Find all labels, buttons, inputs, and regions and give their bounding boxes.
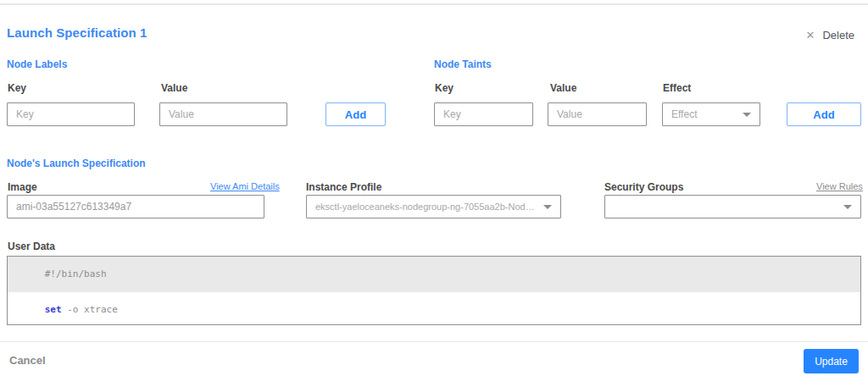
view-ami-details-link[interactable]: View Ami Details — [210, 181, 280, 191]
security-groups-select[interactable] — [604, 195, 861, 218]
code-line-2-text: -o xtrace — [62, 304, 118, 315]
node-taints-value-label: Value — [550, 82, 576, 94]
node-labels-value-label: Value — [161, 82, 187, 94]
node-labels-add-button[interactable]: Add — [326, 102, 386, 126]
node-labels-key-input[interactable] — [7, 102, 135, 126]
code-line-1[interactable]: #!/bin/bash — [8, 257, 860, 292]
node-taints-effect-select[interactable]: Effect — [662, 102, 760, 126]
delete-button[interactable]: ✕ Delete — [806, 29, 854, 41]
node-labels-value-input[interactable] — [159, 102, 287, 126]
footer-divider — [0, 341, 868, 342]
node-taints-effect-label: Effect — [663, 82, 691, 94]
chevron-down-icon — [843, 205, 852, 209]
user-data-label: User Data — [8, 241, 55, 252]
instance-profile-value: eksctl-yaeloceaneks-nodegroup-ng-7055aa2… — [315, 202, 537, 212]
cancel-button[interactable]: Cancel — [9, 354, 46, 367]
node-labels-key-label: Key — [8, 82, 26, 94]
security-groups-label: Security Groups — [604, 181, 683, 193]
instance-profile-label: Instance Profile — [306, 181, 381, 193]
node-taints-add-button[interactable]: Add — [787, 102, 861, 126]
instance-profile-select[interactable]: eksctl-yaeloceaneks-nodegroup-ng-7055aa2… — [306, 195, 561, 218]
code-keyword: set — [45, 304, 62, 315]
chevron-down-icon — [543, 205, 552, 209]
user-data-editor[interactable]: #!/bin/bash set -o xtrace /etc/eks/boots… — [7, 256, 861, 325]
delete-label: Delete — [822, 29, 854, 41]
close-icon[interactable]: ✕ — [806, 30, 815, 41]
node-taints-key-input[interactable] — [434, 102, 533, 126]
chevron-down-icon — [743, 113, 751, 117]
update-button[interactable]: Update — [804, 349, 859, 373]
node-taints-value-input[interactable] — [548, 102, 647, 126]
node-labels-heading: Node Labels — [7, 58, 67, 70]
code-line-1-text: #!/bin/bash — [45, 268, 107, 279]
launch-spec-heading: Node's Launch Specification — [7, 158, 146, 169]
page-title: Launch Specification 1 — [7, 25, 147, 40]
node-taints-key-label: Key — [435, 82, 453, 94]
view-rules-link[interactable]: View Rules — [816, 181, 863, 191]
effect-placeholder: Effect — [671, 108, 736, 120]
launch-specification-form: Launch Specification 1 ✕ Delete Node Lab… — [0, 0, 868, 376]
top-divider — [0, 3, 868, 5]
node-taints-heading: Node Taints — [434, 58, 492, 70]
image-input[interactable] — [7, 195, 264, 218]
code-line-2[interactable]: set -o xtrace — [8, 292, 860, 325]
image-label: Image — [8, 181, 37, 193]
